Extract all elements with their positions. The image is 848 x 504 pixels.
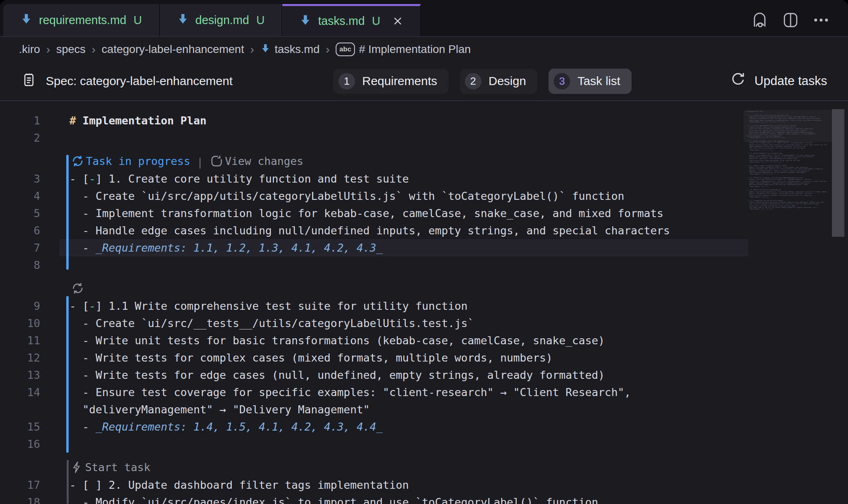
editor-line[interactable]: 4 - Create `ui/src/app/utils/categoryLab… — [0, 187, 848, 205]
close-icon[interactable] — [392, 16, 403, 26]
line-number[interactable]: 10 — [0, 315, 40, 332]
line-number[interactable]: 1 — [0, 112, 40, 129]
breadcrumb-item[interactable]: category-label-enhancement — [102, 43, 244, 56]
line-content: - Write tests for edge cases (null, unde… — [40, 366, 605, 384]
line-number[interactable]: 3 — [0, 170, 40, 187]
markdown-file-icon — [260, 43, 271, 57]
lightning-icon — [71, 460, 85, 474]
editor-line[interactable]: 12 - Write tests for complex cases (mixe… — [0, 349, 848, 366]
editor-line[interactable]: 1# Implementation Plan — [0, 112, 848, 129]
breadcrumb-separator: › — [244, 43, 260, 56]
tab-filename: tasks.md — [318, 14, 365, 28]
editor-line[interactable]: 13 - Write tests for edge cases (null, u… — [0, 366, 848, 384]
breadcrumb-item[interactable]: tasks.md — [260, 43, 320, 57]
minimap[interactable]: # Implementation Plan - [-] 1. Create co… — [746, 111, 831, 210]
update-tasks-button[interactable]: Update tasks — [730, 71, 827, 91]
spec-title-label: Spec: category-label-enhancement — [46, 74, 232, 88]
line-content: - Modify `ui/src/pages/index.js` to impo… — [40, 494, 598, 504]
editor-line[interactable]: 16 — [0, 435, 848, 453]
line-number[interactable]: 13 — [0, 366, 40, 384]
editor-pane[interactable]: 1# Implementation Plan2Task in progress|… — [0, 101, 848, 504]
editor-line[interactable]: 3- [-] 1. Create core utility function a… — [0, 170, 848, 187]
line-number[interactable]: 18 — [0, 494, 40, 504]
tab-filename: design.md — [196, 14, 249, 27]
ellipsis-icon[interactable] — [812, 11, 830, 29]
editor-line[interactable]: "deliveryManagement" → "Delivery Managem… — [0, 401, 848, 418]
spec-bar: Spec: category-label-enhancement 1Requir… — [0, 62, 848, 101]
breadcrumb-label: # Implementation Plan — [359, 43, 471, 56]
line-content: "deliveryManagement" → "Delivery Managem… — [40, 401, 370, 418]
line-number[interactable]: 12 — [0, 349, 40, 366]
line-number[interactable]: 2 — [0, 129, 40, 146]
line-number[interactable] — [0, 401, 40, 418]
spec-step-task-list[interactable]: 3Task list — [548, 69, 632, 94]
sync-icon-blue — [71, 154, 86, 168]
step-label: Requirements — [362, 74, 437, 88]
line-number[interactable]: 15 — [0, 418, 40, 435]
codelens-start-task[interactable]: Start task — [71, 460, 151, 474]
codelens-sync-icon-gray[interactable] — [71, 281, 86, 295]
line-number[interactable]: 6 — [0, 222, 40, 239]
line-content: - Ensure test coverage for specific exam… — [40, 384, 631, 401]
breadcrumb-item[interactable]: specs — [56, 43, 86, 56]
line-number[interactable]: 17 — [0, 476, 40, 494]
editor-line[interactable]: 11 - Write unit tests for basic transfor… — [0, 332, 848, 349]
editor-line[interactable]: 9- [-] 1.1 Write comprehensive test suit… — [0, 297, 848, 315]
line-content: - Create `ui/src/app/utils/categoryLabel… — [40, 187, 624, 205]
tab-tasks.md[interactable]: tasks.mdU — [282, 4, 421, 36]
git-status-badge: U — [372, 14, 380, 28]
line-content: - Write unit tests for basic transformat… — [40, 332, 605, 349]
line-number[interactable]: 4 — [0, 187, 40, 205]
editor-line[interactable]: 5 - Implement transformation logic for k… — [0, 205, 848, 222]
line-number[interactable]: 11 — [0, 332, 40, 349]
split-editor-icon[interactable] — [781, 10, 800, 30]
editor-line[interactable]: 8 — [0, 256, 848, 274]
breadcrumb-label: .kiro — [19, 43, 40, 56]
line-content — [40, 435, 69, 453]
line-content — [40, 129, 69, 146]
tab-design.md[interactable]: design.mdU — [160, 4, 283, 36]
editor-line[interactable]: 15 - _Requirements: 1.4, 1.5, 4.1, 4.2, … — [0, 418, 848, 435]
line-number[interactable]: 14 — [0, 384, 40, 401]
breadcrumb-label: tasks.md — [275, 43, 320, 56]
scrollbar-thumb[interactable] — [832, 109, 844, 237]
spec-steps: 1Requirements2Design3Task list — [333, 69, 632, 94]
line-content: - [-] 1. Create core utility function an… — [40, 170, 409, 187]
tab-bar: requirements.mdUdesign.mdUtasks.mdU — [0, 0, 848, 37]
editor-line[interactable]: 18 - Modify `ui/src/pages/index.js` to i… — [0, 494, 848, 504]
line-number[interactable]: 5 — [0, 205, 40, 222]
line-content: - Handle edge cases including null/undef… — [40, 222, 670, 239]
line-content: - _Requirements: 1.4, 1.5, 4.1, 4.2, 4.3… — [40, 418, 383, 435]
line-content: - _Requirements: 1.1, 1.2, 1.3, 4.1, 4.2… — [40, 239, 383, 256]
spec-step-design[interactable]: 2Design — [460, 69, 537, 94]
line-number[interactable]: 9 — [0, 297, 40, 315]
editor-line[interactable]: 7 - _Requirements: 1.1, 1.2, 1.3, 4.1, 4… — [0, 239, 848, 256]
editor-line[interactable]: 6 - Handle edge cases including null/und… — [0, 222, 848, 239]
markdown-file-icon — [20, 12, 33, 28]
diff-icon — [210, 154, 225, 168]
line-number[interactable]: 16 — [0, 435, 40, 453]
codelens-view-changes[interactable]: View changes — [210, 154, 303, 168]
tab-actions — [750, 10, 848, 36]
editor-line[interactable]: 10 - Create `ui/src/__tests__/utils/cate… — [0, 315, 848, 332]
editor-line[interactable]: 2 — [0, 129, 848, 146]
codelens-task-in-progress[interactable]: Task in progress — [71, 154, 190, 168]
breadcrumb-separator: › — [40, 43, 56, 56]
kiro-logo-icon[interactable] — [750, 10, 769, 30]
breadcrumb-item[interactable]: abc# Implementation Plan — [336, 43, 471, 56]
tab-requirements.md[interactable]: requirements.mdU — [3, 4, 160, 36]
breadcrumb-item[interactable]: .kiro — [19, 43, 40, 56]
line-content: - [ ] 2. Update dashboard filter tags im… — [40, 476, 409, 494]
line-content: - [-] 1.1 Write comprehensive test suite… — [40, 297, 468, 315]
git-status-badge: U — [134, 14, 142, 27]
editor-line[interactable]: 17- [ ] 2. Update dashboard filter tags … — [0, 476, 848, 494]
editor-line[interactable]: 14 - Ensure test coverage for specific e… — [0, 384, 848, 401]
line-content: - Create `ui/src/__tests__/utils/categor… — [40, 315, 474, 332]
spec-step-requirements[interactable]: 1Requirements — [333, 69, 448, 94]
codelens-row — [0, 274, 848, 297]
step-number: 2 — [465, 73, 481, 89]
spec-title: Spec: category-label-enhancement — [21, 71, 232, 92]
step-number: 1 — [338, 73, 355, 89]
line-number[interactable]: 7 — [0, 239, 40, 256]
line-number[interactable]: 8 — [0, 256, 40, 274]
